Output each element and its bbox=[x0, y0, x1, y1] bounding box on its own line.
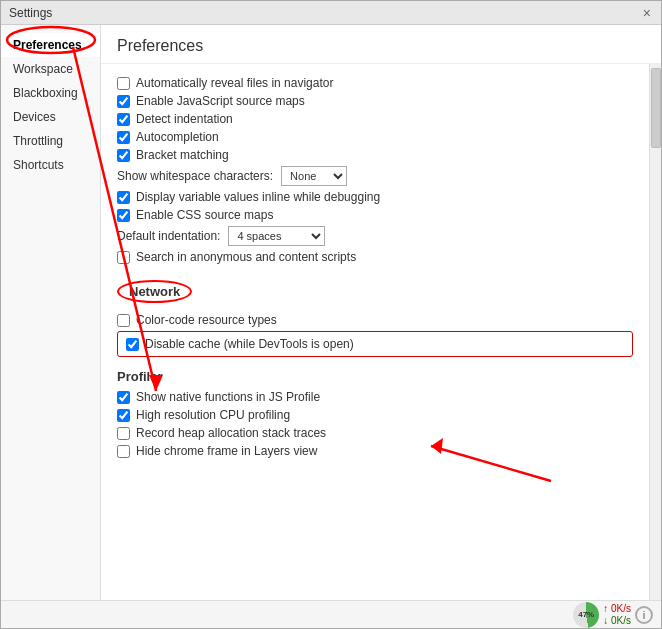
search-anon-label: Search in anonymous and content scripts bbox=[136, 250, 356, 264]
checkbox-row: Show native functions in JS Profile bbox=[117, 390, 633, 404]
whitespace-select[interactable]: None All Trailing bbox=[281, 166, 347, 186]
css-source-maps-label: Enable CSS source maps bbox=[136, 208, 273, 222]
detect-indentation-checkbox[interactable] bbox=[117, 113, 130, 126]
network-section-title: Network bbox=[117, 280, 192, 303]
cpu-percent: 47% bbox=[578, 610, 594, 619]
whitespace-row: Show whitespace characters: None All Tra… bbox=[117, 166, 633, 186]
whitespace-label: Show whitespace characters: bbox=[117, 169, 273, 183]
high-res-cpu-checkbox[interactable] bbox=[117, 409, 130, 422]
js-source-maps-checkbox[interactable] bbox=[117, 95, 130, 108]
reveal-files-label: Automatically reveal files in navigator bbox=[136, 76, 333, 90]
cpu-chart: 47% bbox=[573, 602, 599, 628]
status-bar: 47% ↑ 0K/s ↓ 0K/s i bbox=[1, 600, 661, 628]
record-heap-checkbox[interactable] bbox=[117, 427, 130, 440]
scrollbar-thumb[interactable] bbox=[651, 68, 661, 148]
settings-dialog: Settings × Preferences Workspace Blackbo… bbox=[0, 0, 662, 629]
checkbox-row: Color-code resource types bbox=[117, 313, 633, 327]
disable-cache-row: Disable cache (while DevTools is open) bbox=[117, 331, 633, 357]
checkbox-row: Autocompletion bbox=[117, 130, 633, 144]
bracket-matching-checkbox[interactable] bbox=[117, 149, 130, 162]
info-icon[interactable]: i bbox=[635, 606, 653, 624]
checkbox-row: Enable JavaScript source maps bbox=[117, 94, 633, 108]
autocompletion-label: Autocompletion bbox=[136, 130, 219, 144]
display-var-values-label: Display variable values inline while deb… bbox=[136, 190, 380, 204]
checkbox-row: High resolution CPU profiling bbox=[117, 408, 633, 422]
css-source-maps-checkbox[interactable] bbox=[117, 209, 130, 222]
disable-cache-label: Disable cache (while DevTools is open) bbox=[145, 337, 354, 351]
indentation-select[interactable]: 2 spaces 4 spaces 8 spaces Tab character bbox=[228, 226, 325, 246]
high-res-cpu-label: High resolution CPU profiling bbox=[136, 408, 290, 422]
network-status: 47% ↑ 0K/s ↓ 0K/s i bbox=[573, 602, 653, 628]
title-bar: Settings × bbox=[1, 1, 661, 25]
checkbox-row: Enable CSS source maps bbox=[117, 208, 633, 222]
profiler-section-title: Profiler bbox=[117, 369, 633, 384]
bracket-matching-label: Bracket matching bbox=[136, 148, 229, 162]
checkbox-row: Display variable values inline while deb… bbox=[117, 190, 633, 204]
hide-chrome-label: Hide chrome frame in Layers view bbox=[136, 444, 317, 458]
close-button[interactable]: × bbox=[641, 6, 653, 20]
checkbox-row: Detect indentation bbox=[117, 112, 633, 126]
hide-chrome-checkbox[interactable] bbox=[117, 445, 130, 458]
js-source-maps-label: Enable JavaScript source maps bbox=[136, 94, 305, 108]
detect-indentation-label: Detect indentation bbox=[136, 112, 233, 126]
title-bar-title: Settings bbox=[9, 6, 52, 20]
sidebar-item-workspace[interactable]: Workspace bbox=[1, 57, 100, 81]
sidebar: Preferences Workspace Blackboxing Device… bbox=[1, 25, 101, 600]
content-scroll[interactable]: Automatically reveal files in navigator … bbox=[101, 64, 649, 600]
indentation-row: Default indentation: 2 spaces 4 spaces 8… bbox=[117, 226, 633, 246]
show-native-label: Show native functions in JS Profile bbox=[136, 390, 320, 404]
checkbox-row: Automatically reveal files in navigator bbox=[117, 76, 633, 90]
upload-stat: ↑ 0K/s bbox=[603, 603, 631, 614]
show-native-checkbox[interactable] bbox=[117, 391, 130, 404]
sidebar-item-preferences[interactable]: Preferences bbox=[1, 33, 100, 57]
network-stats: ↑ 0K/s ↓ 0K/s bbox=[603, 603, 631, 626]
sidebar-item-blackboxing[interactable]: Blackboxing bbox=[1, 81, 100, 105]
color-code-checkbox[interactable] bbox=[117, 314, 130, 327]
dialog-body: Preferences Workspace Blackboxing Device… bbox=[1, 25, 661, 600]
content-area: Preferences Automatically reveal files i… bbox=[101, 25, 661, 600]
content-header: Preferences bbox=[101, 25, 661, 64]
sidebar-item-shortcuts[interactable]: Shortcuts bbox=[1, 153, 100, 177]
sidebar-item-devices[interactable]: Devices bbox=[1, 105, 100, 129]
search-anon-checkbox[interactable] bbox=[117, 251, 130, 264]
scrollbar-track[interactable] bbox=[649, 64, 661, 600]
checkbox-row: Hide chrome frame in Layers view bbox=[117, 444, 633, 458]
download-stat: ↓ 0K/s bbox=[603, 615, 631, 626]
indentation-label: Default indentation: bbox=[117, 229, 220, 243]
sidebar-item-throttling[interactable]: Throttling bbox=[1, 129, 100, 153]
record-heap-label: Record heap allocation stack traces bbox=[136, 426, 326, 440]
display-var-values-checkbox[interactable] bbox=[117, 191, 130, 204]
color-code-label: Color-code resource types bbox=[136, 313, 277, 327]
checkbox-row: Search in anonymous and content scripts bbox=[117, 250, 633, 264]
checkbox-row: Bracket matching bbox=[117, 148, 633, 162]
reveal-files-checkbox[interactable] bbox=[117, 77, 130, 90]
autocompletion-checkbox[interactable] bbox=[117, 131, 130, 144]
checkbox-row: Record heap allocation stack traces bbox=[117, 426, 633, 440]
disable-cache-checkbox[interactable] bbox=[126, 338, 139, 351]
